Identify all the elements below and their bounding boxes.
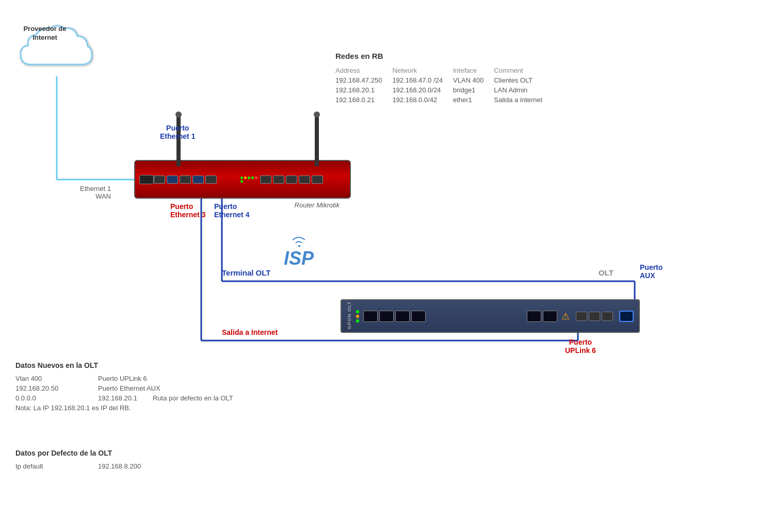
list-item: Vlan 400Puerto UPLink 6 bbox=[15, 375, 233, 382]
router-ports bbox=[154, 175, 239, 184]
router-eth-port-3 bbox=[180, 175, 191, 184]
olt-led-2 bbox=[356, 315, 359, 318]
router-leds bbox=[239, 175, 260, 184]
router-eth-port-5 bbox=[205, 175, 217, 184]
col-network: Network bbox=[392, 66, 453, 75]
router-led-2 bbox=[244, 176, 247, 179]
dato-col1: 192.168.20.50 bbox=[15, 384, 83, 392]
table-cell: 192.168.20.0/24 bbox=[392, 85, 453, 95]
dato-col2: 192.168.20.1 bbox=[98, 394, 137, 402]
olt-sfp-1 bbox=[363, 311, 378, 322]
table-cell: 192.168.47.0 /24 bbox=[392, 75, 453, 85]
router-antenna-left bbox=[176, 115, 181, 166]
svg-point-8 bbox=[298, 245, 300, 247]
diagram-container: Proveedor de Internet Ethernet 1 WAN bbox=[0, 0, 774, 532]
puerto-eth1-label: Puerto Ethernet 1 bbox=[160, 124, 195, 140]
router-led-4 bbox=[251, 176, 254, 179]
olt-sfp-3 bbox=[395, 311, 410, 322]
olt-sfp-ports bbox=[363, 311, 426, 322]
puerto-eth3-label: Puerto Ethernet 3 bbox=[170, 202, 205, 219]
datos-nuevos-title: Datos Nuevos en la OLT bbox=[15, 361, 233, 369]
olt-warning-icon: ⚠ bbox=[561, 311, 570, 322]
datos-defecto-title: Datos por Defecto de la OLT bbox=[15, 449, 141, 457]
list-item: 0.0.0.0192.168.20.1Ruta por defecto en l… bbox=[15, 394, 233, 402]
table-cell: LAN Admin bbox=[494, 85, 553, 95]
router-sfp-port bbox=[139, 175, 154, 184]
olt-uplink-2 bbox=[543, 311, 557, 322]
olt-rj45-3 bbox=[602, 312, 613, 321]
dato-col1: Vlan 400 bbox=[15, 375, 83, 382]
ethernet-wan-label: Ethernet 1 WAN bbox=[80, 185, 111, 200]
table-cell: 192.168.20.1 bbox=[335, 85, 392, 95]
table-cell: 192.168.0.21 bbox=[335, 95, 392, 105]
router-label: Router Mikrotik bbox=[295, 201, 340, 209]
salida-internet-label: Salida a Internet bbox=[222, 328, 278, 336]
router-led-1 bbox=[240, 176, 243, 179]
table-cell: 192.168.0.0/42 bbox=[392, 95, 453, 105]
list-item: Ip default192.168.8.200 bbox=[15, 462, 141, 470]
router-led-3 bbox=[248, 176, 250, 179]
dato-col3: Ruta por defecto en la OLT bbox=[153, 394, 233, 402]
defecto-col1: Ip default bbox=[15, 462, 83, 470]
table-cell: Clientes OLT bbox=[494, 75, 553, 85]
olt-device-label: OLT bbox=[599, 268, 614, 277]
olt-rj45-group bbox=[576, 312, 613, 321]
dato-col1: 0.0.0.0 bbox=[15, 394, 83, 402]
puerto-uplink6-label: Puerto UPLink 6 bbox=[565, 338, 596, 354]
router-eth-port-10 bbox=[312, 175, 323, 184]
olt-status-leds bbox=[356, 310, 359, 323]
olt-aux-port bbox=[619, 311, 634, 322]
olt-rj45-2 bbox=[589, 312, 600, 321]
col-comment: Comment bbox=[494, 66, 553, 75]
olt-led-1 bbox=[356, 310, 359, 313]
table-cell: 192.168.47.250 bbox=[335, 75, 392, 85]
table-row: 192.168.47.250192.168.47.0 /24VLAN 400Cl… bbox=[335, 75, 553, 85]
dato-col2: Puerto UPLink 6 bbox=[98, 375, 147, 382]
dato-col2: Puerto Ethernet AUX bbox=[98, 384, 160, 392]
router-ports-right bbox=[260, 175, 346, 184]
router-eth-port-8 bbox=[286, 175, 297, 184]
puerto-aux-label: Puerto AUX bbox=[640, 263, 663, 280]
table-cell: VLAN 400 bbox=[453, 75, 494, 85]
table-row: 192.168.0.21192.168.0.0/42ether1Salida a… bbox=[335, 95, 553, 105]
table-cell: bridge1 bbox=[453, 85, 494, 95]
datos-nuevos-section: Datos Nuevos en la OLT Vlan 400Puerto UP… bbox=[15, 361, 233, 414]
olt-device-name: GPON OLT bbox=[347, 303, 352, 329]
dato-col2: Nota: La IP 192.168.20.1 es IP del RB. bbox=[15, 404, 131, 412]
list-item: Nota: La IP 192.168.20.1 es IP del RB. bbox=[15, 404, 233, 412]
table-row: 192.168.20.1192.168.20.0/24bridge1LAN Ad… bbox=[335, 85, 553, 95]
olt-sfp-2 bbox=[379, 311, 394, 322]
olt-rj45-1 bbox=[576, 312, 587, 321]
list-item: 192.168.20.50Puerto Ethernet AUX bbox=[15, 384, 233, 392]
table-cell: ether1 bbox=[453, 95, 494, 105]
terminal-olt-label: Terminal OLT bbox=[222, 268, 270, 277]
router-eth-port-1 bbox=[154, 175, 165, 184]
col-interface: Inteface bbox=[453, 66, 494, 75]
router-eth-port-7 bbox=[273, 175, 284, 184]
router-antenna-right bbox=[315, 115, 319, 166]
router-eth-port-6 bbox=[260, 175, 271, 184]
isp-label: ISP bbox=[284, 235, 314, 269]
puerto-eth4-label: Puerto Ethernet 4 bbox=[214, 202, 249, 219]
col-address: Address bbox=[335, 66, 392, 75]
router-led-5 bbox=[255, 176, 257, 179]
router-mikrotik: Router Mikrotik bbox=[134, 160, 351, 199]
redes-table: Redes en RB Address Network Inteface Com… bbox=[335, 52, 553, 105]
router-eth-port-9 bbox=[299, 175, 310, 184]
olt-uplink-ports bbox=[527, 311, 557, 322]
cloud-label: Proveedor de Internet bbox=[22, 25, 68, 42]
redes-title: Redes en RB bbox=[335, 52, 553, 60]
table-cell: Salida a internet bbox=[494, 95, 553, 105]
olt-sfp-4 bbox=[411, 311, 426, 322]
defecto-col2: 192.168.8.200 bbox=[98, 462, 141, 470]
router-eth-port-2 bbox=[167, 175, 178, 184]
router-led-6 bbox=[240, 180, 243, 183]
router-eth-port-4 bbox=[192, 175, 204, 184]
datos-defecto-section: Datos por Defecto de la OLT Ip default19… bbox=[15, 449, 141, 472]
olt-led-3 bbox=[356, 319, 359, 323]
redes-data-table: Address Network Inteface Comment 192.168… bbox=[335, 66, 553, 105]
olt-device: GPON OLT ⚠ bbox=[341, 299, 640, 333]
olt-uplink-1 bbox=[527, 311, 541, 322]
